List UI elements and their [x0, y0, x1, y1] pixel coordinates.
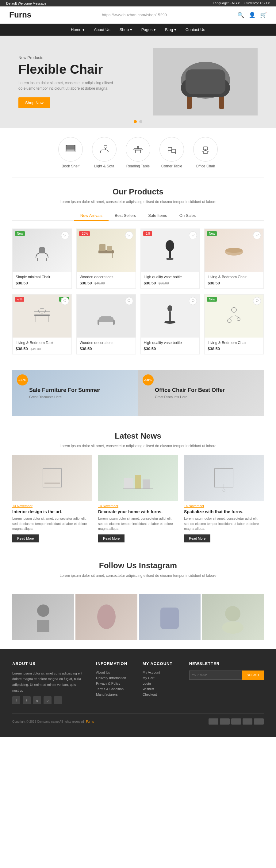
footer-link-login[interactable]: Login	[143, 682, 180, 685]
tab-sale-items[interactable]: Sale Items	[142, 211, 173, 221]
logo[interactable]: Furns	[9, 10, 31, 20]
table-row[interactable]: New ♡ Living & Bedroom Chair $38.50	[204, 228, 264, 289]
instagram-photo-2[interactable]	[75, 594, 137, 640]
category-reading[interactable]: Reading Table	[126, 137, 150, 168]
instagram-photo-4[interactable]	[202, 594, 264, 640]
news-subtitle: Lorem ipsum dolor sit amet, consectetur …	[12, 443, 264, 449]
footer-link-manufacturers[interactable]: Manufacturers	[96, 693, 133, 696]
categories-section: Book Shelf Light & Sofa Reading Table Co…	[0, 128, 276, 178]
account-icon[interactable]: 👤	[249, 12, 255, 19]
newsletter-email-input[interactable]	[189, 671, 243, 680]
search-icon[interactable]: 🔍	[237, 12, 244, 19]
table-row[interactable]: New ♡ Simple minimal Chair $38.50	[12, 228, 72, 289]
product-name-6: Wooden decorations	[80, 341, 133, 345]
category-office[interactable]: Office Chair	[193, 137, 218, 168]
cart-icon[interactable]: 🛒	[260, 12, 267, 19]
wishlist-btn-3[interactable]: ♡	[189, 231, 197, 239]
main-nav: Home ▾ About Us Shop ▾ Pages ▾ Blog ▾ Co…	[0, 24, 276, 36]
copyright-text: Copyright © 2023 Company name All rights…	[12, 720, 94, 723]
currency-selector[interactable]: Currency: USD ▾	[244, 1, 270, 5]
svg-point-32	[166, 258, 174, 260]
table-row[interactable]: -20% ♡ Wooden decorations $38.50 $48.00	[76, 228, 136, 289]
footer-link-about[interactable]: About Us	[96, 671, 133, 674]
news-title: Latest News	[12, 431, 264, 441]
office-icon	[193, 137, 218, 161]
category-bookshelf[interactable]: Book Shelf	[58, 137, 83, 168]
hero-cta-button[interactable]: Shop Now	[19, 97, 50, 108]
hero-dot-2[interactable]	[139, 120, 142, 123]
paypal-icon	[231, 718, 241, 724]
twitter-icon[interactable]: t	[23, 696, 31, 704]
read-more-btn-2[interactable]: Read More	[98, 534, 125, 542]
table-row[interactable]: ♡ Wooden decorations $38.50	[76, 294, 136, 354]
footer-link-myaccount[interactable]: My Account	[143, 671, 180, 674]
hero-dot-1[interactable]	[134, 120, 137, 123]
list-item[interactable]: 14 November Interior design is the art. …	[12, 455, 92, 542]
language-selector[interactable]: Language: ENG ▾	[213, 1, 240, 5]
footer-social: f t g p i	[12, 696, 87, 704]
sale-banner-1[interactable]: -50% Sale Furniture For Summer Great Dis…	[12, 370, 138, 416]
instagram-section: Follow Us Instagram Lorem ipsum dolor si…	[0, 552, 276, 594]
product-price-3: $30.50 $38.00	[144, 281, 197, 285]
product-price-6: $38.50	[80, 346, 133, 351]
product-name-1: Simple minimal Chair	[15, 275, 68, 279]
discover-icon	[254, 718, 264, 724]
tab-on-sales[interactable]: On Sales	[173, 211, 202, 221]
wishlist-btn-1[interactable]: ♡	[61, 231, 69, 239]
table-row[interactable]: -1% ♡ High quality vase bottle $30.50 $3…	[140, 228, 200, 289]
wishlist-btn-4[interactable]: ♡	[253, 231, 261, 239]
wishlist-btn-7[interactable]: ♡	[189, 297, 197, 305]
list-item[interactable]: 14 November Decorate your home with furn…	[98, 455, 178, 542]
svg-point-49	[237, 318, 240, 321]
tab-best-sellers[interactable]: Best Sellers	[109, 211, 142, 221]
product-badge-3: -1%	[143, 231, 152, 236]
svg-point-59	[222, 489, 225, 491]
instagram-photo-1[interactable]	[12, 594, 74, 640]
svg-point-64	[225, 606, 240, 621]
nav-home[interactable]: Home ▾	[71, 27, 84, 32]
google-icon[interactable]: g	[33, 696, 41, 704]
sale-title-2: Office Chair For Best Offer	[155, 387, 225, 394]
sale-banner-2[interactable]: -50% Office Chair For Best Offer Great D…	[138, 370, 264, 416]
table-row[interactable]: New ♡ Living & Bedroom Chair $38.50	[204, 294, 264, 354]
wishlist-btn-6[interactable]: ♡	[125, 297, 133, 305]
nav-blog[interactable]: Blog ▾	[165, 27, 176, 32]
table-row[interactable]: ♡ High quality vase bottle $30.50	[140, 294, 200, 354]
footer-link-delivery[interactable]: Delivery Information	[96, 676, 133, 680]
nav-pages[interactable]: Pages ▾	[141, 27, 156, 32]
facebook-icon[interactable]: f	[12, 696, 20, 704]
svg-rect-53	[124, 478, 133, 489]
nav-about[interactable]: About Us	[94, 27, 110, 32]
wishlist-btn-5[interactable]: ♡	[61, 297, 69, 305]
category-bookshelf-label: Book Shelf	[62, 164, 79, 168]
read-more-btn-1[interactable]: Read More	[12, 534, 39, 542]
footer-link-terms[interactable]: Terms & Condition	[96, 687, 133, 691]
svg-rect-26	[99, 244, 105, 251]
wishlist-btn-2[interactable]: ♡	[125, 231, 133, 239]
nav-contact[interactable]: Contact Us	[185, 27, 205, 32]
products-section: Our Products Lorem ipsum dolor sit amet,…	[0, 178, 276, 364]
read-more-btn-3[interactable]: Read More	[184, 534, 210, 542]
instagram-photo-3[interactable]	[139, 594, 201, 640]
svg-rect-51	[43, 469, 61, 487]
category-corner[interactable]: Corner Table	[160, 137, 184, 168]
list-item[interactable]: 14 November Spatialize with that the fur…	[184, 455, 264, 542]
table-row[interactable]: -7% New ♡ Living & Bedroom Table $38.50 …	[12, 294, 72, 354]
pinterest-icon[interactable]: p	[43, 696, 51, 704]
footer-link-checkout[interactable]: Checkout	[143, 693, 180, 696]
product-price-4: $38.50	[208, 281, 261, 285]
svg-rect-5	[66, 146, 75, 147]
svg-rect-4	[185, 69, 226, 94]
footer-link-mycart[interactable]: My Cart	[143, 676, 180, 680]
footer-link-privacy[interactable]: Privacy & Policy	[96, 682, 133, 685]
visa-icon	[209, 718, 218, 724]
footer-link-wishlist[interactable]: Wishlist	[143, 687, 180, 691]
instagram-icon[interactable]: i	[54, 696, 62, 704]
tab-new-arrivals[interactable]: New Arrivals	[74, 211, 109, 221]
nav-shop[interactable]: Shop ▾	[119, 27, 132, 32]
product-price-5: $38.50 $49.00	[15, 346, 68, 351]
category-lightsofa[interactable]: Light & Sofa	[92, 137, 116, 168]
svg-point-44	[164, 321, 175, 324]
wishlist-btn-8[interactable]: ♡	[253, 297, 261, 305]
newsletter-submit-btn[interactable]: SUBMIT	[242, 671, 264, 680]
